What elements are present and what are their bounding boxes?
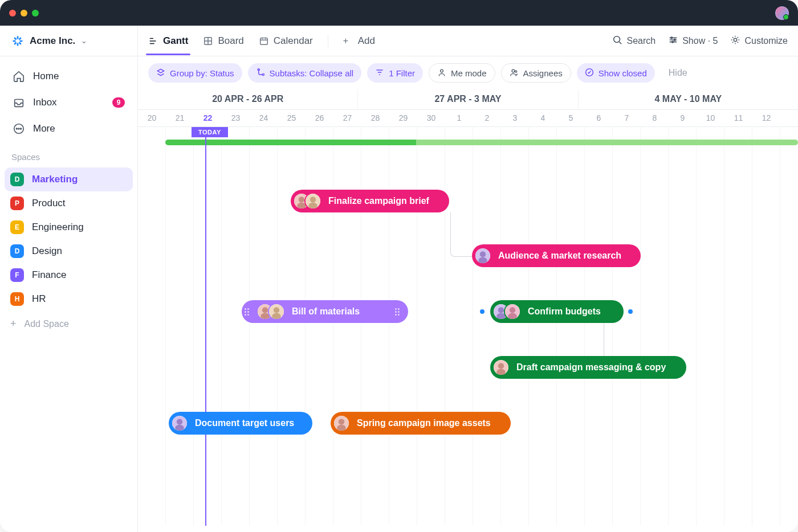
gantt-range-row: 20 APR - 26 APR27 APR - 3 MAY4 MAY - 10 … bbox=[138, 89, 798, 110]
gantt-day-cell: 12 bbox=[752, 110, 780, 126]
task-title: Finalize campaign brief bbox=[328, 196, 429, 206]
space-label: Product bbox=[32, 198, 66, 209]
tab-calendar-label: Calendar bbox=[274, 35, 313, 47]
filter-icon bbox=[375, 68, 384, 79]
space-item-product[interactable]: PProduct bbox=[5, 191, 133, 215]
dependency-handle[interactable] bbox=[480, 309, 484, 314]
maximize-window-icon[interactable] bbox=[32, 10, 39, 17]
space-item-marketing[interactable]: DMarketing bbox=[5, 167, 133, 191]
tab-board-label: Board bbox=[218, 35, 243, 47]
show-button[interactable]: Show · 5 bbox=[668, 35, 718, 47]
customize-button[interactable]: Customize bbox=[730, 35, 788, 47]
space-label: Marketing bbox=[32, 174, 78, 185]
gantt-day-cell: 6 bbox=[585, 110, 613, 126]
minimize-window-icon[interactable] bbox=[21, 10, 27, 17]
inbox-count-badge: 9 bbox=[112, 97, 125, 108]
add-space-label: Add Space bbox=[25, 319, 69, 329]
task-bar[interactable]: Audience & market research bbox=[472, 244, 641, 267]
show-closed-chip[interactable]: Show closed bbox=[577, 63, 655, 83]
task-bar[interactable]: Document target users bbox=[169, 412, 312, 435]
svg-point-27 bbox=[262, 307, 268, 313]
task-bar[interactable]: Finalize campaign brief bbox=[291, 190, 449, 212]
assignees-chip[interactable]: Assignees bbox=[501, 63, 571, 83]
view-tab-calendar[interactable]: Calendar bbox=[259, 27, 313, 55]
add-space-button[interactable]: + Add Space bbox=[0, 311, 137, 337]
gantt-day-cell: 10 bbox=[697, 110, 724, 126]
task-bar[interactable]: Confirm budgets bbox=[490, 300, 624, 323]
drag-handle-icon[interactable] bbox=[244, 308, 250, 316]
space-item-hr[interactable]: HHR bbox=[5, 287, 133, 311]
task-avatars bbox=[492, 303, 521, 320]
dependency-handle[interactable] bbox=[628, 309, 633, 314]
window-controls[interactable] bbox=[9, 10, 39, 17]
gantt-day-cell: 23 bbox=[222, 110, 250, 126]
svg-point-14 bbox=[512, 69, 515, 72]
gantt-range-cell: 20 APR - 26 APR bbox=[138, 89, 358, 109]
gantt-day-cell: 20 bbox=[138, 110, 166, 126]
avatar bbox=[333, 415, 350, 432]
space-badge-icon: D bbox=[10, 244, 24, 258]
spaces-header: Spaces bbox=[0, 141, 137, 167]
task-title: Draft campaign messaging & copy bbox=[516, 362, 666, 373]
svg-point-2 bbox=[18, 128, 19, 129]
add-view-label: Add bbox=[358, 35, 375, 47]
home-icon bbox=[13, 70, 25, 83]
nav-home[interactable]: Home bbox=[7, 64, 131, 88]
space-item-engineering[interactable]: EEngineering bbox=[5, 215, 133, 239]
svg-point-30 bbox=[274, 307, 279, 313]
sidebar: Acme Inc. ⌄ Home Inbox 9 bbox=[0, 26, 138, 532]
task-avatars bbox=[333, 415, 350, 432]
nav-more[interactable]: More bbox=[7, 117, 131, 141]
space-item-finance[interactable]: FFinance bbox=[5, 263, 133, 287]
close-window-icon[interactable] bbox=[9, 10, 16, 17]
task-title: Spring campaign image assets bbox=[357, 418, 491, 428]
workspace-switcher[interactable]: Acme Inc. ⌄ bbox=[0, 26, 137, 56]
filter-chip[interactable]: 1 Filter bbox=[367, 63, 423, 83]
space-label: Finance bbox=[32, 269, 66, 281]
gantt-range-cell: 4 MAY - 10 MAY bbox=[579, 89, 798, 109]
view-tabs: Gantt Board Calendar + Add bbox=[138, 26, 798, 56]
svg-point-1 bbox=[16, 128, 17, 129]
show-closed-label: Show closed bbox=[598, 68, 647, 78]
view-add-button[interactable]: + Add bbox=[343, 27, 375, 55]
gear-icon bbox=[730, 35, 740, 47]
space-item-design[interactable]: DDesign bbox=[5, 239, 133, 263]
gantt-day-cell: 29 bbox=[389, 110, 417, 126]
subtasks-icon bbox=[256, 68, 265, 79]
sliders-icon bbox=[668, 35, 678, 47]
nav-inbox[interactable]: Inbox 9 bbox=[7, 91, 131, 114]
svg-rect-5 bbox=[260, 38, 267, 44]
search-button[interactable]: Search bbox=[612, 35, 656, 47]
avatar bbox=[268, 303, 285, 320]
task-bar[interactable]: Spring campaign image assets bbox=[331, 412, 511, 435]
user-avatar[interactable] bbox=[775, 6, 789, 20]
today-marker-label: TODAY bbox=[192, 127, 228, 137]
svg-point-8 bbox=[674, 39, 676, 40]
task-bar[interactable]: Bill of materials bbox=[242, 300, 408, 323]
group-by-chip[interactable]: Group by: Status bbox=[148, 63, 242, 83]
avatar bbox=[492, 359, 510, 376]
group-by-label: Group by: Status bbox=[170, 68, 234, 78]
check-circle-icon bbox=[585, 68, 594, 79]
gantt-day-cell: 30 bbox=[417, 110, 445, 126]
drag-handle-icon[interactable] bbox=[394, 308, 400, 316]
hide-button[interactable]: Hide bbox=[669, 68, 687, 78]
search-label: Search bbox=[626, 36, 656, 46]
svg-point-10 bbox=[734, 38, 737, 41]
chevron-down-icon: ⌄ bbox=[81, 36, 87, 45]
workspace-name: Acme Inc. bbox=[30, 35, 75, 47]
me-mode-chip[interactable]: Me mode bbox=[429, 63, 495, 83]
subtasks-chip[interactable]: Subtasks: Collapse all bbox=[248, 63, 362, 83]
space-badge-icon: F bbox=[10, 268, 24, 282]
gantt-day-cell: 21 bbox=[166, 110, 194, 126]
view-tab-gantt[interactable]: Gantt bbox=[148, 27, 188, 55]
view-tab-board[interactable]: Board bbox=[203, 27, 243, 55]
gantt-body[interactable]: TODAY Finalize campaign briefAudience & … bbox=[138, 127, 798, 526]
task-title: Bill of materials bbox=[292, 306, 360, 317]
svg-point-45 bbox=[339, 419, 344, 424]
gantt-day-cell: 3 bbox=[501, 110, 529, 126]
subtasks-label: Subtasks: Collapse all bbox=[270, 68, 354, 78]
more-icon bbox=[13, 122, 25, 135]
avatar bbox=[171, 415, 188, 432]
task-bar[interactable]: Draft campaign messaging & copy bbox=[490, 356, 686, 379]
